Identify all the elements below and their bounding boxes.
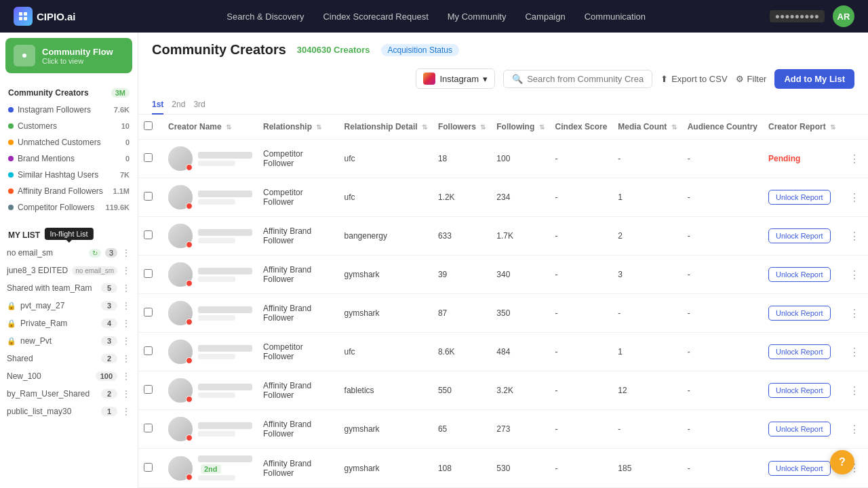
sidebar-item-affinity[interactable]: Affinity Brand Followers 1.1M (0, 183, 138, 199)
list-menu-shared-team[interactable]: ⋮ (121, 283, 131, 293)
row-checkbox-1[interactable] (144, 192, 153, 201)
row-checkbox-7[interactable] (144, 424, 153, 432)
sidebar-item-competitor[interactable]: Competitor Followers 119.6K (0, 199, 138, 216)
unlock-report-button-3[interactable]: Unlock Report (768, 267, 831, 282)
row-checkbox-4[interactable] (144, 308, 153, 317)
following-4: 350 (491, 294, 549, 333)
unlock-report-button-4[interactable]: Unlock Report (768, 306, 831, 321)
list-item-new-pvt[interactable]: 🔒 new_Pvt 3 ⋮ (0, 332, 138, 350)
sort-followers[interactable]: ⇅ (480, 123, 486, 131)
sidebar-item-instagram-followers[interactable]: Instagram Followers 7.6K (0, 102, 138, 118)
unlock-report-button-8[interactable]: Unlock Report (768, 461, 831, 476)
sidebar-item-hashtag[interactable]: Similar Hashtag Users 7K (0, 167, 138, 183)
cindex-0: - (550, 140, 613, 178)
row-more-4[interactable]: ⋮ (846, 306, 863, 321)
list-item-public-may30[interactable]: public_list_may30 1 ⋮ (0, 403, 138, 420)
list-item-shared[interactable]: Shared 2 ⋮ (0, 350, 138, 367)
nav-search-discovery[interactable]: Search & Discovery (226, 12, 304, 22)
sidebar-label-competitor: Competitor Followers (18, 203, 102, 212)
community-flow-button[interactable]: Community Flow Click to view (5, 38, 132, 73)
tab-3rd[interactable]: 3rd (193, 96, 205, 115)
list-menu-new-100[interactable]: ⋮ (121, 371, 131, 382)
list-item-new-100[interactable]: New_100 100 ⋮ (0, 367, 138, 385)
row-checkbox-2[interactable] (144, 230, 153, 239)
list-item-private-ram[interactable]: 🔒 Private_Ram 4 ⋮ (0, 314, 138, 332)
cindex-2: - (550, 217, 613, 256)
sidebar-item-customers[interactable]: Customers 10 (0, 118, 138, 134)
row-more-7[interactable]: ⋮ (846, 422, 863, 436)
search-input[interactable] (527, 74, 644, 84)
list-name-new-100: New_100 (7, 371, 92, 381)
row-more-0[interactable]: ⋮ (846, 152, 863, 166)
row-checkbox-8[interactable] (144, 463, 153, 472)
avatar[interactable]: AR (833, 5, 854, 27)
list-menu-private-ram[interactable]: ⋮ (121, 318, 131, 329)
list-item-pvt-may27[interactable]: 🔒 pvt_may_27 3 ⋮ (0, 297, 138, 314)
table-row: Affinity Brand Follower gymshark 39 340 … (138, 256, 868, 294)
list-item-shared-team[interactable]: Shared with team_Ram 5 ⋮ (0, 279, 138, 297)
list-menu-new-pvt[interactable]: ⋮ (121, 336, 131, 346)
list-menu-by-ram[interactable]: ⋮ (121, 388, 131, 399)
report-cell-4: Unlock Report (763, 294, 841, 333)
unlock-report-button-6[interactable]: Unlock Report (768, 383, 831, 398)
creator-avatar-2 (168, 224, 193, 248)
creator-info-8: 2nd (198, 455, 252, 481)
creator-avatar-7 (168, 417, 193, 441)
nav-cindex[interactable]: Cindex Scorecard Request (323, 12, 428, 22)
top-nav: CIPIO.ai Search & Discovery Cindex Score… (0, 0, 868, 33)
sort-media[interactable]: ⇅ (671, 123, 677, 131)
sort-creator-name[interactable]: ⇅ (226, 123, 231, 131)
unlock-report-button-1[interactable]: Unlock Report (768, 190, 831, 205)
platform-select[interactable]: Instagram ▾ (416, 68, 495, 89)
sort-following[interactable]: ⇅ (539, 123, 545, 131)
export-button[interactable]: ⬆ Export to CSV (660, 74, 727, 84)
row-more-1[interactable]: ⋮ (846, 190, 863, 205)
tab-1st[interactable]: 1st (152, 96, 163, 115)
list-name-private-ram: Private_Ram (20, 319, 97, 328)
nav-campaign[interactable]: Campaign (525, 12, 565, 22)
help-button[interactable]: ? (830, 450, 854, 474)
creator-cell-1 (168, 185, 252, 209)
sort-report[interactable]: ⇅ (830, 123, 835, 131)
sidebar-item-brand-mentions[interactable]: Brand Mentions 0 (0, 150, 138, 167)
row-checkbox-6[interactable] (144, 385, 153, 394)
row-checkbox-3[interactable] (144, 269, 153, 278)
sidebar-item-unmatched[interactable]: Unmatched Customers 0 (0, 134, 138, 150)
sort-rel-detail[interactable]: ⇅ (422, 123, 427, 131)
acquisition-status-badge[interactable]: Acquisition Status (381, 44, 459, 56)
list-menu-no-email[interactable]: ⋮ (121, 247, 131, 258)
row-more-5[interactable]: ⋮ (846, 345, 863, 359)
nav-my-community[interactable]: My Community (448, 12, 507, 22)
sort-relationship[interactable]: ⇅ (316, 123, 321, 131)
list-menu-shared[interactable]: ⋮ (121, 353, 131, 364)
table-row: Competitor Follower ufc 18 100 - - - Pen… (138, 140, 868, 178)
list-name-pvt-may27: pvt_may_27 (20, 301, 97, 310)
list-item-no-email[interactable]: In-flight List no email_sm ↻ 3 ⋮ (0, 244, 138, 262)
list-menu-pvt-may27[interactable]: ⋮ (121, 300, 131, 311)
select-all-checkbox[interactable] (144, 121, 153, 130)
creator-info-0 (198, 152, 252, 166)
row-more-2[interactable]: ⋮ (846, 229, 863, 243)
followers-7: 65 (433, 410, 491, 449)
row-checkbox-0[interactable] (144, 153, 153, 162)
filter-button[interactable]: ⚙ Filter (736, 74, 767, 84)
sidebar-count-hashtag: 7K (120, 171, 130, 179)
unlock-report-button-5[interactable]: Unlock Report (768, 344, 831, 359)
list-count-new-pvt: 3 (101, 336, 117, 346)
unlock-report-button-2[interactable]: Unlock Report (768, 228, 831, 243)
row-more-3[interactable]: ⋮ (846, 268, 863, 282)
list-item-by-ram[interactable]: by_Ram_User_Shared 2 ⋮ (0, 385, 138, 403)
list-menu-june8[interactable]: ⋮ (121, 265, 131, 276)
unlock-report-button-7[interactable]: Unlock Report (768, 422, 831, 436)
list-item-june8[interactable]: june8_3 EDITED no email_sm ⋮ (0, 262, 138, 279)
list-menu-public-may30[interactable]: ⋮ (121, 406, 131, 417)
nav-communication[interactable]: Communication (585, 12, 646, 22)
logo[interactable]: CIPIO.ai (14, 7, 76, 26)
row-more-6[interactable]: ⋮ (846, 384, 863, 398)
row-checkbox-5[interactable] (144, 346, 153, 355)
rel-detail-8: gymshark (339, 449, 433, 488)
relationship-2: Affinity Brand Follower (258, 217, 339, 256)
tabs-row: 1st 2nd 3rd (152, 89, 854, 114)
add-to-my-list-button[interactable]: Add to My List (774, 69, 854, 89)
tab-2nd[interactable]: 2nd (172, 96, 185, 115)
